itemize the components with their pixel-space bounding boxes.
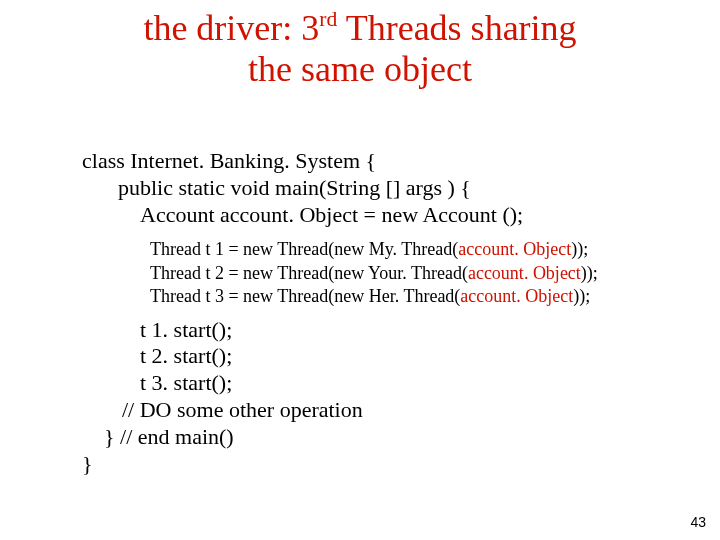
thread1-arg: account. Object: [458, 239, 571, 259]
page-number: 43: [690, 514, 706, 530]
thread2-arg: account. Object: [468, 263, 581, 283]
title-superscript: rd: [319, 7, 337, 31]
start-block: t 1. start(); t 2. start(); t 3. start()…: [82, 317, 662, 478]
title-pre: the driver: 3: [143, 8, 319, 48]
thread1-prefix: Thread t 1 = new Thread(new My. Thread(: [150, 239, 458, 259]
title-line2: the same object: [248, 49, 472, 89]
code-line: t 3. start();: [140, 370, 662, 397]
code-comment: // DO some other operation: [122, 397, 662, 424]
code-line: public static void main(String [] args )…: [118, 175, 662, 202]
thread3-prefix: Thread t 3 = new Thread(new Her. Thread(: [150, 286, 460, 306]
code-line: Thread t 3 = new Thread(new Her. Thread(…: [150, 285, 662, 308]
code-line: } // end main(): [104, 424, 662, 451]
thread3-suffix: ));: [573, 286, 590, 306]
code-line: Thread t 2 = new Thread(new Your. Thread…: [150, 262, 662, 285]
code-line: t 1. start();: [140, 317, 662, 344]
code-line: Thread t 1 = new Thread(new My. Thread(a…: [150, 238, 662, 261]
title-post: Threads sharing: [337, 8, 576, 48]
code-line: Account account. Object = new Account ()…: [140, 202, 662, 229]
code-line: class Internet. Banking. System {: [82, 148, 662, 175]
slide-title: the driver: 3rd Threads sharing the same…: [0, 8, 720, 91]
thread2-prefix: Thread t 2 = new Thread(new Your. Thread…: [150, 263, 468, 283]
code-line: t 2. start();: [140, 343, 662, 370]
thread-init-block: Thread t 1 = new Thread(new My. Thread(a…: [150, 238, 662, 308]
code-block: class Internet. Banking. System { public…: [82, 148, 662, 478]
thread2-suffix: ));: [581, 263, 598, 283]
slide: the driver: 3rd Threads sharing the same…: [0, 0, 720, 540]
code-line: }: [82, 451, 662, 478]
thread3-arg: account. Object: [460, 286, 573, 306]
thread1-suffix: ));: [571, 239, 588, 259]
